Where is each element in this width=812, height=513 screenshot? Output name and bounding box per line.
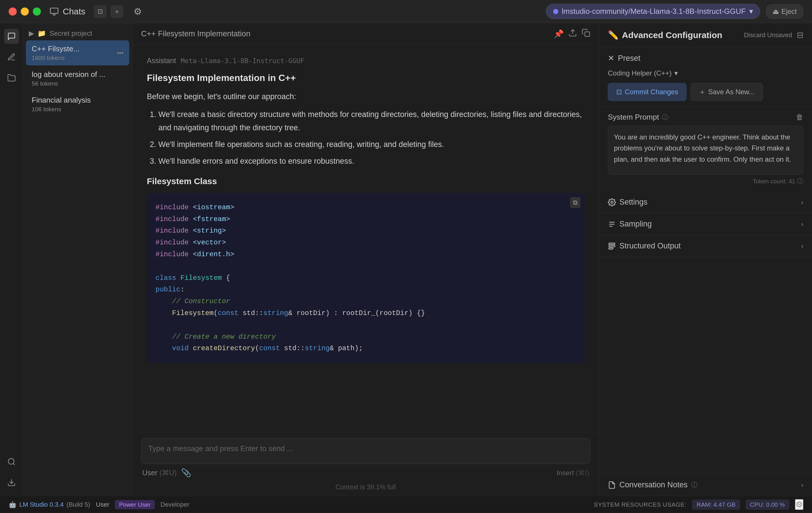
chat-item-cpp-filesystem[interactable]: C++ Filsyste... 1600 tokens ••• bbox=[26, 40, 129, 65]
titlebar: Chats ⊡ ＋ ⚙ lmstudio-community/Meta-Llam… bbox=[0, 0, 812, 23]
chat-item-menu-icon[interactable]: ••• bbox=[117, 49, 123, 57]
step-1: We'll create a basic directory structure… bbox=[158, 108, 584, 135]
chat-item-log[interactable]: log about version of ... 56 tokens bbox=[26, 66, 129, 91]
chat-input-left: User (⌘U) 📎 bbox=[142, 468, 191, 478]
model-selector[interactable]: lmstudio-community/Meta-Llama-3.1-8B-Ins… bbox=[546, 4, 760, 19]
eject-button[interactable]: ⏏ Eject bbox=[766, 4, 803, 19]
right-panel: ✏️ Advanced Configuration Discard Unsave… bbox=[599, 23, 812, 496]
message-heading: Filesystem Implementation in C++ bbox=[147, 70, 584, 86]
preset-header: ✕ Preset bbox=[599, 47, 812, 69]
folder-icon: 📁 bbox=[37, 29, 46, 37]
chat-item-tokens: 1600 tokens bbox=[32, 54, 117, 61]
sampling-section[interactable]: Sampling › bbox=[599, 213, 812, 235]
titlebar-icons: ⊡ ＋ bbox=[94, 5, 123, 18]
group-label: Secret project bbox=[50, 29, 92, 37]
close-button[interactable] bbox=[9, 7, 17, 16]
svg-point-5 bbox=[611, 201, 613, 203]
section-title: Filesystem Class bbox=[147, 174, 584, 188]
system-prompt-textarea[interactable]: You are an incredibly good C++ engineer.… bbox=[608, 126, 803, 174]
statusbar-gear-icon[interactable]: ⚙ bbox=[795, 499, 803, 510]
chat-input-box[interactable]: Type a message and press Enter to send .… bbox=[141, 438, 590, 464]
developer-badge: Developer bbox=[161, 501, 189, 508]
lm-studio-icon: 🤖 bbox=[9, 501, 17, 508]
chat-input-area: Type a message and press Enter to send .… bbox=[133, 432, 599, 483]
panel-layout-icon[interactable]: ⊟ bbox=[797, 30, 803, 40]
code-block: ⧉ #include <iostream> #include <fstream>… bbox=[147, 193, 584, 363]
statusbar-build: (Build 5) bbox=[66, 501, 90, 508]
power-user-badge[interactable]: Power User bbox=[115, 500, 155, 509]
statusbar-logo: 🤖 LM Studio 0.3.4 (Build 5) bbox=[9, 501, 90, 508]
svg-rect-4 bbox=[585, 32, 589, 36]
commit-changes-button[interactable]: ⊡ Commit Changes bbox=[608, 83, 687, 101]
notes-chevron-icon: › bbox=[801, 481, 803, 489]
chat-header-icons: 📌 bbox=[554, 29, 590, 39]
chat-header: C++ Filesystem Implementation 📌 bbox=[133, 23, 599, 45]
system-prompt-info-icon[interactable]: ⓘ bbox=[662, 113, 668, 122]
sampling-icon bbox=[608, 220, 616, 228]
notes-info-icon[interactable]: ⓘ bbox=[691, 481, 697, 489]
settings-chevron-icon: › bbox=[801, 198, 803, 206]
structured-output-chevron-icon: › bbox=[801, 242, 803, 250]
settings-section[interactable]: Settings › bbox=[599, 191, 812, 213]
sidebar-item-chat[interactable] bbox=[4, 29, 19, 44]
svg-rect-0 bbox=[50, 8, 58, 14]
token-count-info-icon[interactable]: ⓘ bbox=[797, 177, 803, 186]
model-name: lmstudio-community/Meta-Llama-3.1-8B-Ins… bbox=[562, 7, 746, 16]
sidebar-item-search[interactable] bbox=[4, 454, 19, 469]
maximize-button[interactable] bbox=[33, 7, 41, 16]
chevron-right-icon: ▶ bbox=[29, 29, 34, 37]
system-prompt-delete-button[interactable]: 🗑 bbox=[796, 113, 803, 122]
preset-title: ✕ Preset bbox=[608, 54, 640, 63]
settings-icon[interactable]: ⚙ bbox=[134, 6, 142, 17]
main-content: ▶ 📁 Secret project C++ Filsyste... 1600 … bbox=[0, 23, 812, 496]
conversation-notes-section[interactable]: Conversation Notes ⓘ › bbox=[599, 474, 812, 496]
chat-input-right: Insert (⌘I) bbox=[557, 469, 589, 477]
eject-label: Eject bbox=[781, 7, 797, 16]
preset-section: ✕ Preset Coding Helper (C++) ▾ ⊡ Commit … bbox=[599, 47, 812, 107]
model-indicator bbox=[553, 9, 558, 14]
plus-icon: ＋ bbox=[699, 87, 706, 97]
pin-icon[interactable]: 📌 bbox=[554, 29, 564, 39]
copy-icon[interactable] bbox=[582, 29, 590, 39]
notes-icon bbox=[608, 481, 616, 489]
system-prompt-section: System Prompt ⓘ 🗑 You are an incredibly … bbox=[599, 107, 812, 191]
message-body: Filesystem Implementation in C++ Before … bbox=[147, 70, 584, 363]
assistant-message: Assistant Meta-Llama-3.1-8B-Instruct-GGU… bbox=[147, 56, 584, 363]
sidebar-item-folder[interactable] bbox=[4, 70, 19, 85]
chat-group-secret-project[interactable]: ▶ 📁 Secret project bbox=[23, 27, 132, 40]
eject-icon: ⏏ bbox=[773, 7, 779, 16]
save-as-new-button[interactable]: ＋ Save As New... bbox=[691, 83, 763, 101]
right-panel-header: ✏️ Advanced Configuration Discard Unsave… bbox=[599, 23, 812, 47]
chat-item-financial[interactable]: Financial analysis 106 tokens bbox=[26, 92, 129, 117]
code-copy-button[interactable]: ⧉ bbox=[570, 197, 580, 208]
chats-title: Chats bbox=[63, 7, 85, 17]
chat-item-name: Financial analysis bbox=[32, 96, 123, 105]
code-content: #include <iostream> #include <fstream> #… bbox=[155, 202, 576, 354]
add-chat-button[interactable]: ＋ bbox=[111, 5, 123, 18]
coding-helper-dropdown[interactable]: Coding Helper (C++) ▾ bbox=[608, 69, 678, 77]
message-intro: Before we begin, let's outline our appro… bbox=[147, 90, 584, 104]
sidebar-item-compose[interactable] bbox=[4, 50, 19, 64]
sidebar-item-download[interactable] bbox=[4, 475, 19, 490]
chat-item-name: log about version of ... bbox=[32, 70, 123, 79]
ram-usage: RAM: 4.47 GB bbox=[692, 500, 740, 510]
chats-tab[interactable]: Chats bbox=[50, 7, 85, 17]
new-folder-button[interactable]: ⊡ bbox=[94, 5, 107, 18]
minimize-button[interactable] bbox=[21, 7, 29, 16]
chat-input-placeholder: Type a message and press Enter to send .… bbox=[148, 444, 293, 453]
system-prompt-header: System Prompt ⓘ 🗑 bbox=[608, 107, 803, 126]
cpu-usage: CPU: 0.00 % bbox=[746, 500, 789, 510]
svg-rect-11 bbox=[609, 248, 613, 249]
discard-button[interactable]: Discard Unsaved bbox=[744, 31, 792, 39]
structured-output-section[interactable]: Structured Output › bbox=[599, 235, 812, 257]
share-icon[interactable] bbox=[569, 29, 577, 39]
attach-button[interactable]: 📎 bbox=[181, 468, 191, 478]
icon-sidebar bbox=[0, 23, 23, 496]
message-header: Assistant Meta-Llama-3.1-8B-Instruct-GGU… bbox=[147, 56, 584, 65]
chat-area: C++ Filesystem Implementation 📌 Assistan… bbox=[133, 23, 599, 496]
chat-messages: Assistant Meta-Llama-3.1-8B-Instruct-GGU… bbox=[133, 45, 599, 432]
sampling-chevron-icon: › bbox=[801, 220, 803, 228]
svg-rect-10 bbox=[609, 245, 615, 247]
step-3: We'll handle errors and exceptions to en… bbox=[158, 155, 584, 168]
chat-item-name: C++ Filsyste... bbox=[32, 45, 117, 53]
